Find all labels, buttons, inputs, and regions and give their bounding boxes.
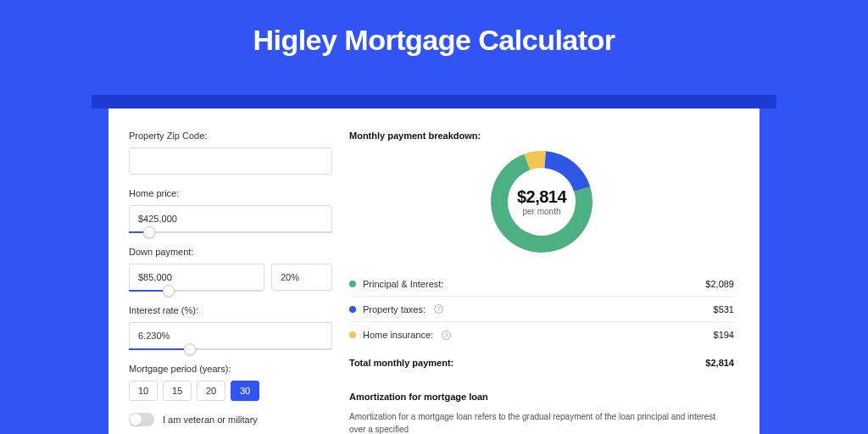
yellow-dot-icon [349, 331, 356, 338]
down-slider-thumb[interactable] [163, 285, 175, 297]
card-shadow-bar [92, 95, 776, 108]
blue-dot-icon [349, 306, 356, 313]
veteran-toggle[interactable] [129, 413, 154, 426]
period-button-30[interactable]: 30 [231, 381, 259, 401]
total-label: Total monthly payment: [349, 358, 453, 368]
amortization-text: Amortization for a mortgage loan refers … [349, 410, 734, 434]
rate-slider-thumb[interactable] [184, 343, 196, 355]
down-percent-input[interactable] [271, 264, 332, 291]
price-slider[interactable] [129, 231, 332, 233]
total-value: $2,814 [705, 358, 734, 368]
info-icon[interactable]: ? [434, 304, 443, 314]
period-button-15[interactable]: 15 [163, 381, 192, 401]
veteran-label: I am veteran or military [163, 415, 258, 425]
legend-value: $2,089 [705, 279, 734, 289]
page-title: Higley Mortgage Calculator [0, 0, 868, 75]
price-label: Home price: [129, 188, 332, 198]
veteran-row: I am veteran or military [129, 413, 332, 426]
period-label: Mortgage period (years): [129, 364, 332, 374]
amortization-title: Amortization for mortgage loan [349, 392, 734, 402]
period-button-20[interactable]: 20 [197, 381, 225, 401]
legend-value: $194 [714, 330, 734, 340]
price-field-group: Home price: [129, 188, 332, 233]
donut-sub: per month [522, 207, 560, 216]
legend-label: Property taxes: [363, 304, 426, 314]
donut-chart: $2,814 per month [487, 147, 596, 256]
legend-row-blue: Property taxes:?$531 [349, 297, 734, 322]
down-field-group: Down payment: [129, 247, 332, 292]
breakdown-column: Monthly payment breakdown: $2,814 per mo… [349, 131, 734, 434]
legend-row-green: Principal & Interest:$2,089 [349, 271, 734, 297]
info-icon[interactable]: ? [442, 331, 451, 340]
green-dot-icon [349, 281, 356, 287]
legend-value: $531 [714, 304, 734, 314]
total-row: Total monthly payment: $2,814 [349, 348, 734, 378]
rate-input[interactable] [129, 322, 332, 349]
donut-amount: $2,814 [517, 187, 566, 207]
down-label: Down payment: [129, 247, 332, 257]
rate-label: Interest rate (%): [129, 305, 332, 315]
rate-field-group: Interest rate (%): [129, 305, 332, 350]
period-field-group: Mortgage period (years): 10152030 [129, 364, 332, 401]
down-amount-input[interactable] [129, 264, 264, 291]
donut-chart-wrap: $2,814 per month [349, 147, 734, 256]
legend-row-yellow: Home insurance:?$194 [349, 322, 734, 348]
legend-label: Principal & Interest: [363, 279, 443, 289]
down-slider[interactable] [129, 290, 263, 292]
zip-label: Property Zip Code: [129, 131, 332, 141]
zip-field-group: Property Zip Code: [129, 131, 332, 175]
zip-input[interactable] [129, 147, 332, 175]
price-input[interactable] [129, 205, 332, 232]
calculator-card: Property Zip Code: Home price: Down paym… [108, 108, 760, 434]
rate-slider-fill [129, 348, 190, 350]
breakdown-title: Monthly payment breakdown: [349, 131, 734, 141]
rate-slider[interactable] [129, 348, 332, 350]
form-column: Property Zip Code: Home price: Down paym… [129, 131, 332, 434]
period-button-10[interactable]: 10 [129, 381, 158, 401]
price-slider-thumb[interactable] [143, 226, 155, 238]
legend-label: Home insurance: [363, 330, 433, 340]
